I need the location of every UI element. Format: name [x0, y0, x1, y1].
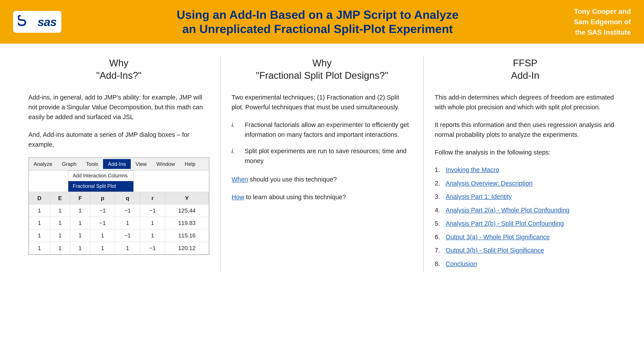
table-cell: 120.12	[165, 242, 209, 254]
step-link-2[interactable]: Analysis Overview: Description	[446, 179, 532, 188]
table-cell: 1	[29, 242, 50, 254]
addin-screenshot: Analyze Graph Tools Add-Ins View Window …	[28, 157, 209, 255]
col1-para2: And, Add-ins automate a series of JMP di…	[28, 130, 209, 149]
th-p: p	[90, 192, 115, 204]
sas-logo-text	[18, 14, 38, 30]
col3-para3: Follow the analysis in the following ste…	[435, 147, 616, 157]
col3-para1: This add-in determines which degrees of …	[435, 92, 616, 112]
menu-bar: Analyze Graph Tools Add-Ins View Window …	[29, 158, 209, 170]
step-item: 4.Analysis Part 2(a) - Whole Plot Confou…	[435, 206, 616, 215]
table-cell: −1	[140, 242, 165, 254]
table-cell: 1	[50, 217, 70, 229]
table-row: 111−111119.83	[29, 217, 209, 229]
step-link-8[interactable]: Conclusion	[446, 259, 477, 269]
col2-intro: Two experimental techniques; (1) Fractio…	[232, 92, 412, 112]
author-line2: Sam Edgemon of	[574, 16, 631, 27]
when-link[interactable]: When	[232, 176, 248, 183]
table-cell: 1	[90, 242, 115, 254]
step-link-3[interactable]: Analysis Part 1: Identity	[446, 192, 512, 202]
table-cell: −1	[115, 229, 140, 242]
col3-title-line1: FFSP	[435, 57, 616, 69]
main-content: Why "Add-Ins?" Add-ins, in general, add …	[0, 44, 644, 281]
menu-help[interactable]: Help	[180, 159, 200, 169]
col2-list-label2: i.	[232, 146, 240, 166]
col1-body: Add-ins, in general, add to JMP's abilit…	[28, 92, 209, 255]
data-table: D E F p q r Y 111−1−1−1125.44111−111119.…	[29, 192, 209, 254]
menu-tools[interactable]: Tools	[81, 159, 103, 169]
step-item: 2.Analysis Overview: Description	[435, 179, 616, 188]
table-cell: −1	[90, 204, 115, 217]
th-y: Y	[165, 192, 209, 204]
header-author: Tony Cooper and Sam Edgemon of the SAS I…	[574, 6, 631, 37]
menu-addins[interactable]: Add-Ins	[103, 159, 131, 169]
sas-logo-svg	[18, 14, 38, 27]
th-d: D	[29, 192, 50, 204]
author-line3: the SAS Institute	[574, 27, 631, 37]
step-item: 8.Conclusion	[435, 259, 616, 269]
col3-title: FFSP Add-In	[435, 57, 616, 82]
col1-para1: Add-ins, in general, add to JMP's abilit…	[28, 92, 209, 122]
menu-window[interactable]: Window	[152, 159, 180, 169]
table-cell: 1	[29, 217, 50, 229]
table-cell: 1	[50, 242, 70, 254]
table-cell: 1	[29, 204, 50, 217]
header-title-line2: an Unreplicated Fractional Split-Plot Ex…	[70, 22, 565, 36]
step-item: 5.Analysis Part 2(b) - Split Plot Confou…	[435, 219, 616, 228]
table-cell: 1	[70, 204, 90, 217]
step-number: 6.	[435, 232, 442, 242]
how-text: to learn about using this technique?	[244, 194, 346, 201]
header-title-block: Using an Add-In Based on a JMP Script to…	[70, 8, 565, 36]
how-link[interactable]: How	[232, 194, 244, 201]
dropdown-menu: Add Interaction Columns Fractional Split…	[68, 170, 134, 192]
table-cell: 1	[70, 242, 90, 254]
table-row: 111−1−1−1125.44	[29, 204, 209, 217]
col2-body: Two experimental techniques; (1) Fractio…	[232, 92, 412, 202]
col2-list-text2: Split plot experiments are run to save r…	[245, 146, 412, 166]
col1-title-line2: "Add-Ins?"	[28, 69, 209, 82]
page-header: sas Using an Add-In Based on a JMP Scrip…	[0, 0, 644, 44]
step-link-6[interactable]: Output 3(a) - Whole Plot Significance	[446, 232, 550, 242]
step-link-5[interactable]: Analysis Part 2(b) - Split Plot Confound…	[446, 219, 564, 228]
step-number: 4.	[435, 206, 442, 215]
step-number: 8.	[435, 259, 442, 269]
step-link-7[interactable]: Output 3(b) - Split Plot Significance	[446, 246, 544, 255]
th-q: q	[115, 192, 140, 204]
col3-body: This add-in determines which degrees of …	[435, 92, 616, 269]
table-cell: 1	[90, 229, 115, 242]
header-title: Using an Add-In Based on a JMP Script to…	[70, 8, 565, 36]
dropdown-item-fractional[interactable]: Fractional Split Plot	[68, 181, 134, 192]
step-item: 6.Output 3(a) - Whole Plot Significance	[435, 232, 616, 242]
col2-how-para: How to learn about using this technique?	[232, 192, 412, 202]
col2-title: Why "Fractional Split Plot Designs?"	[232, 57, 412, 82]
table-body: 111−1−1−1125.44111−111119.831111−11115.1…	[29, 204, 209, 254]
table-cell: 1	[140, 229, 165, 242]
sas-logo: sas	[13, 11, 61, 33]
dropdown-item-add-interaction[interactable]: Add Interaction Columns	[68, 171, 134, 181]
col1-title-line1: Why	[28, 57, 209, 69]
table-cell: −1	[90, 217, 115, 229]
step-item: 3.Analysis Part 1: Identity	[435, 192, 616, 202]
step-item: 1.Invoking the Macro	[435, 165, 616, 175]
col2-list-text1: Fractional factorials allow an experimen…	[245, 120, 412, 140]
col2-list-item1: i. Fractional factorials allow an experi…	[232, 120, 412, 140]
th-f: F	[70, 192, 90, 204]
table-row: 1111−11115.16	[29, 229, 209, 242]
step-link-4[interactable]: Analysis Part 2(a) - Whole Plot Confound…	[446, 206, 569, 215]
col2-title-line1: Why	[232, 57, 412, 69]
col2-title-line2: "Fractional Split Plot Designs?"	[232, 69, 412, 82]
col1-title: Why "Add-Ins?"	[28, 57, 209, 82]
step-number: 1.	[435, 165, 442, 175]
step-number: 5.	[435, 219, 442, 228]
step-number: 3.	[435, 192, 442, 202]
menu-analyze[interactable]: Analyze	[29, 159, 57, 169]
table-cell: 1	[140, 217, 165, 229]
col2-list-item2: i. Split plot experiments are run to sav…	[232, 146, 412, 166]
step-link-1[interactable]: Invoking the Macro	[446, 165, 499, 175]
table-cell: 1	[70, 229, 90, 242]
table-header-row: D E F p q r Y	[29, 192, 209, 204]
menu-graph[interactable]: Graph	[57, 159, 81, 169]
menu-view[interactable]: View	[131, 159, 152, 169]
column-why-fsp: Why "Fractional Split Plot Designs?" Two…	[221, 57, 424, 273]
table-cell: −1	[140, 204, 165, 217]
step-item: 7.Output 3(b) - Split Plot Significance	[435, 246, 616, 255]
